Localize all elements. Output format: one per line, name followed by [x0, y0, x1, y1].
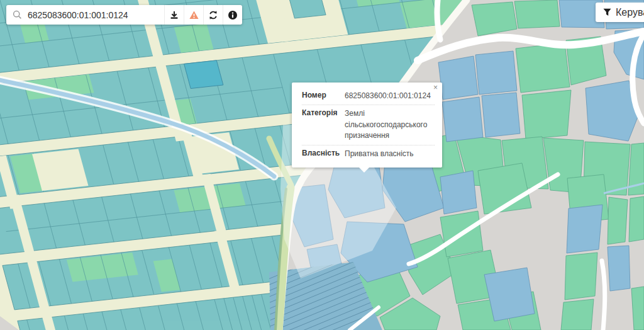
popup-label: Номер [302, 91, 345, 101]
search-toolbar [164, 5, 242, 25]
info-icon [228, 10, 238, 20]
popup-row-ownership: Власність Приватна власність [302, 145, 435, 162]
close-icon[interactable]: × [433, 84, 438, 91]
warning-button[interactable] [184, 5, 203, 25]
manage-button-label: Керуван [616, 7, 644, 18]
refresh-icon [208, 10, 218, 20]
popup-value: Землі сільськогосподарського призначення [345, 108, 435, 141]
search-icon [6, 10, 28, 20]
popup-label: Власність [302, 149, 345, 159]
warning-icon [189, 10, 199, 20]
download-button[interactable] [164, 5, 184, 25]
popup-row-number: Номер 6825083600:01:001:0124 [302, 88, 435, 105]
refresh-button[interactable] [203, 5, 223, 25]
app-window: Керуван × Номер 6825083600:01:001:0124 К… [0, 0, 644, 330]
info-button[interactable] [223, 5, 242, 25]
popup-value: 6825083600:01:001:0124 [345, 91, 435, 101]
popup-label: Категорія [302, 108, 345, 141]
download-icon [169, 10, 179, 20]
popup-value: Приватна власність [345, 149, 435, 159]
manage-button[interactable]: Керуван [596, 3, 644, 22]
filter-icon [603, 8, 611, 16]
popup-row-category: Категорія Землі сільськогосподарського п… [302, 105, 435, 144]
parcel-info-popup: × Номер 6825083600:01:001:0124 Категорія… [292, 82, 442, 168]
search-bar [6, 5, 242, 25]
dark-teal-parcel[interactable] [184, 60, 223, 89]
search-input[interactable] [28, 10, 164, 20]
